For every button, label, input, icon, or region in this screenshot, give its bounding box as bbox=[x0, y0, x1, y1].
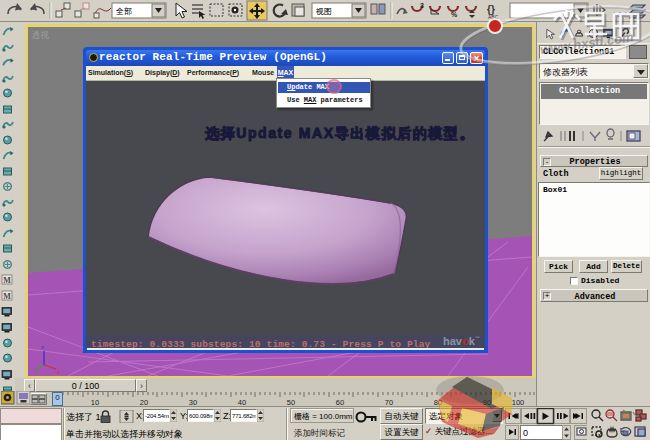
svg-text:%: % bbox=[451, 11, 458, 18]
svg-text:40: 40 bbox=[238, 398, 246, 406]
svg-text:60: 60 bbox=[336, 398, 344, 406]
svg-text:90: 90 bbox=[483, 398, 491, 406]
svg-text:100: 100 bbox=[512, 398, 525, 406]
svg-text:30: 30 bbox=[189, 398, 197, 406]
svg-text:z: z bbox=[41, 344, 44, 350]
svg-text:全部: 全部 bbox=[116, 7, 132, 16]
svg-text:10: 10 bbox=[91, 398, 99, 406]
svg-text:50: 50 bbox=[287, 398, 295, 406]
svg-text:视图: 视图 bbox=[315, 7, 332, 16]
svg-text:80: 80 bbox=[434, 398, 442, 406]
svg-text:20: 20 bbox=[140, 398, 148, 406]
svg-text:70: 70 bbox=[385, 398, 393, 406]
svg-text:ABC: ABC bbox=[488, 14, 499, 20]
svg-text:x: x bbox=[57, 369, 60, 375]
svg-text:0: 0 bbox=[523, 428, 528, 438]
svg-text:3: 3 bbox=[420, 2, 424, 9]
